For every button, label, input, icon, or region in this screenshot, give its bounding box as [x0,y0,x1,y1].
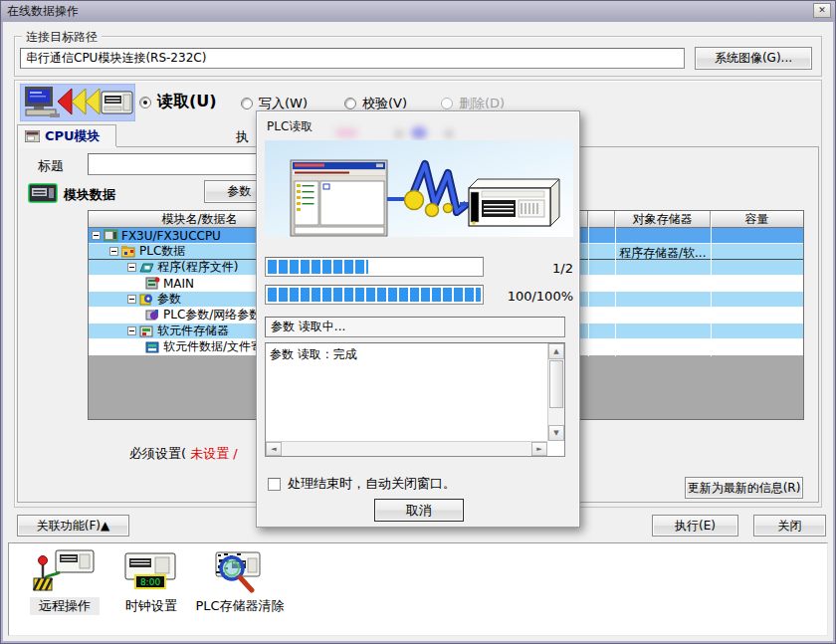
column-header-capacity[interactable]: 容量 [711,211,803,228]
radio-read-label: 读取(U) [157,92,217,112]
tree-item-label: 程序(程序文件) [157,259,238,276]
blur-artifact [334,127,358,138]
progress-step-value: 1/2 [486,261,573,276]
window-title: 在线数据操作 [7,3,79,20]
required-status: 未设置 [190,446,229,461]
required-suffix: / [233,446,237,461]
auto-close-checkbox[interactable] [268,478,281,491]
radio-read-circle[interactable] [139,97,151,108]
plc-memory-clear-icon[interactable] [202,548,266,594]
shortcut-clock-setting[interactable]: 时钟设置 [115,597,187,615]
column-header-target-memory[interactable]: 对象存储器 [615,211,711,228]
tab-cpu-module[interactable]: CPU模块 [17,124,116,147]
collapse-icon[interactable] [109,247,118,256]
tree-item-label: FX3U/FX3UCCPU [121,229,221,243]
tree-item-label: 参数 [157,291,181,308]
progress-fill [268,260,368,274]
device-memory-icon [139,324,154,337]
shortcut-plc-memory-clear[interactable]: PLC存储器清除 [192,597,288,615]
column-header-narrow[interactable] [588,211,615,228]
column-divider [711,211,712,356]
refresh-button[interactable]: 更新为最新的信息(R) [685,477,803,499]
tree-item-label: 软元件存储器 [157,322,229,339]
pc-to-plc-transfer-icon [20,84,135,121]
required-prefix: 必须设置( [129,446,186,461]
execute-button[interactable]: 执行(E) [652,515,738,537]
auto-close-option[interactable]: 处理结束时，自动关闭窗口。 [268,475,456,493]
auto-close-label: 处理结束时，自动关闭窗口。 [288,475,456,493]
system-image-button[interactable]: 系统图像(G)... [695,47,812,70]
close-icon[interactable]: ✕ [813,3,831,18]
cpu-icon [104,229,118,242]
log-text: 参数 读取 : 完成 [270,346,357,363]
clock-display: 8:00 [140,577,160,587]
blur-artifact [394,129,404,138]
partial-hidden-text: 执 [236,128,249,146]
scroll-left-icon[interactable]: ◄ [266,442,282,456]
column-divider [588,211,589,356]
blur-artifact [411,126,427,139]
close-button[interactable]: 关闭 [753,515,826,537]
progress-percent-value: 100/100% [486,289,573,304]
plc-parameter-icon [145,309,160,322]
main-program-icon [145,277,160,290]
progress-bar-step [265,257,484,277]
column-divider [615,211,616,356]
progress-bar-percent [265,285,484,305]
program-icon [139,261,154,274]
cpu-module-tab-icon [25,130,40,142]
progress-fill [268,288,481,302]
connection-path-group-label: 连接目标路径 [22,29,102,46]
shortcut-remote-operation[interactable]: 远程操作 [30,597,100,615]
remote-operation-icon[interactable] [30,548,98,594]
plc-read-dialog: PLC读取 [256,110,580,528]
connection-path-field[interactable]: 串行通信CPU模块连接(RS-232C) [20,48,685,69]
online-data-operation-window: 在线数据操作 ✕ 连接目标路径 串行通信CPU模块连接(RS-232C) 系统图… [0,0,836,644]
module-data-icon [28,181,58,205]
tree-item-label: MAIN [163,277,194,291]
radio-verify-circle[interactable] [344,98,356,109]
collapse-icon[interactable] [127,263,136,272]
tree-item-label: PLC参数/网络参数 [163,307,261,323]
collapse-icon[interactable] [92,231,101,240]
vertical-scroll-thumb[interactable] [549,360,563,408]
scroll-right-icon[interactable]: ► [531,442,547,456]
collapse-icon[interactable] [127,295,136,304]
collapse-icon[interactable] [127,326,136,335]
scroll-down-icon[interactable]: ▼ [548,425,564,441]
scroll-up-icon[interactable]: ▲ [548,343,564,359]
tree-item-label: PLC数据 [139,243,185,260]
tab-cpu-module-label: CPU模块 [45,127,101,145]
radio-delete-circle [441,98,453,109]
module-data-label: 模块数据 [64,186,115,204]
vertical-scrollbar[interactable]: ▲ ▼ [547,343,564,441]
title-bar[interactable]: 在线数据操作 [1,1,835,22]
horizontal-scrollbar[interactable]: ◄ ► [266,441,547,456]
pc-plc-communication-graphic [265,140,573,237]
related-functions-button[interactable]: 关联功能(F)▲ [17,515,129,537]
radio-write-circle[interactable] [241,98,253,109]
title-label: 标题 [38,157,64,175]
parameter-icon [139,293,154,306]
blur-artifact [444,129,454,138]
status-field: 参数 读取中... [265,317,565,337]
tab-connector [18,146,116,148]
plc-data-icon [121,245,136,258]
cancel-button[interactable]: 取消 [374,499,464,522]
dialog-title: PLC读取 [267,118,313,135]
radio-read[interactable]: 读取(U) [139,92,217,112]
device-data-icon [145,340,160,353]
clock-setting-icon[interactable]: 8:00 [117,551,181,595]
log-box[interactable]: 参数 读取 : 完成 ▲ ▼ ◄ ► [265,342,565,457]
required-setting-note: 必须设置( 未设置 / [129,445,238,463]
